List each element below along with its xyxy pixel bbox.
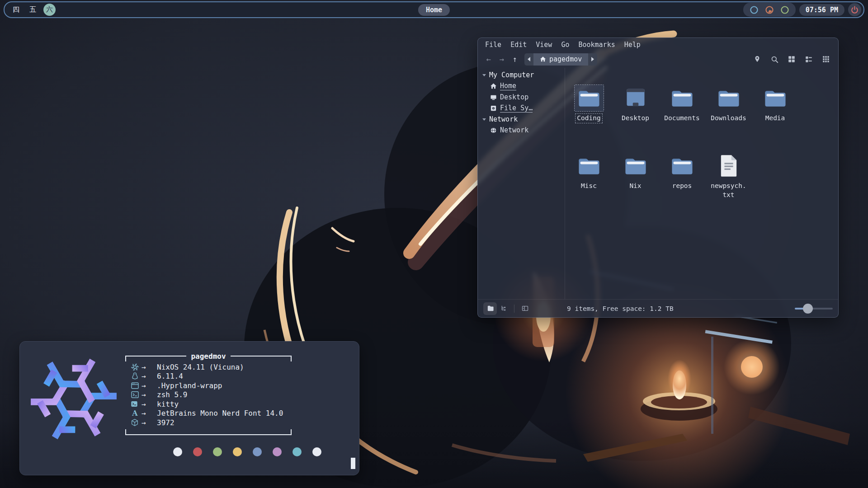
- menu-file[interactable]: File: [481, 40, 506, 49]
- text-file-icon: [714, 152, 744, 179]
- fastfetch-info-box: pagedmov → NixOS 24.11 (Vicun: [125, 352, 292, 438]
- power-icon: [850, 5, 859, 14]
- icon-view-icon[interactable]: [787, 54, 797, 64]
- fastfetch-value: kitty: [157, 400, 179, 408]
- compact-view-icon[interactable]: [821, 54, 831, 64]
- palette-dot-3: [233, 447, 242, 456]
- workspace-button-2[interactable]: 五: [27, 4, 39, 16]
- search-icon[interactable]: [769, 54, 779, 64]
- file-item-newpsych-txt[interactable]: newpsych.txt: [705, 152, 752, 220]
- back-button[interactable]: ←: [482, 53, 495, 65]
- file-label: newpsych.txt: [705, 181, 752, 200]
- fastfetch-row: → .Hyprland-wrapp: [131, 381, 292, 390]
- menu-bookmarks[interactable]: Bookmarks: [574, 40, 619, 49]
- fastfetch-row: → 6.11.4: [131, 372, 292, 381]
- folder-icon: [574, 84, 604, 112]
- menu-view[interactable]: View: [531, 40, 557, 49]
- palette-dot-1: [193, 447, 202, 456]
- tree-pane-button[interactable]: [497, 302, 510, 315]
- arrow-glyph: →: [142, 418, 157, 427]
- terminal-icon: [131, 399, 142, 408]
- status-ring-green-icon[interactable]: [780, 5, 790, 15]
- file-manager-toolbar: ← → ↑ pagedmov: [478, 51, 838, 68]
- font-icon: A: [131, 409, 142, 418]
- places-pane-button[interactable]: [483, 302, 497, 315]
- folder-icon: [667, 84, 697, 112]
- sidebar-item-desktop[interactable]: Desktop: [478, 92, 565, 103]
- file-label: repos: [670, 181, 694, 191]
- up-button[interactable]: ↑: [509, 53, 521, 65]
- top-bar: 四五六 Home 07:56 PM: [4, 1, 864, 18]
- fastfetch-row: A → JetBrains Mono Nerd Font 14.0: [131, 409, 292, 418]
- workspace-button-1[interactable]: 四: [10, 4, 22, 16]
- file-label: Nix: [627, 181, 643, 191]
- power-button[interactable]: [848, 3, 861, 16]
- menu-edit[interactable]: Edit: [506, 40, 531, 49]
- file-item-documents[interactable]: Documents: [659, 84, 705, 152]
- folder-icon: [621, 152, 651, 179]
- file-manager-menubar: FileEditViewGoBookmarksHelp: [478, 38, 838, 51]
- arrow-glyph: →: [142, 390, 157, 399]
- globe-icon: [490, 127, 497, 134]
- file-label: Desktop: [620, 113, 651, 123]
- file-grid: Coding Desktop Documents Downloads Media…: [565, 68, 838, 299]
- file-item-media[interactable]: Media: [752, 84, 798, 152]
- zoom-slider[interactable]: [795, 308, 833, 310]
- status-ring-blue-icon[interactable]: [749, 5, 759, 15]
- expander-icon: [482, 74, 486, 76]
- terminal-window[interactable]: pagedmov → NixOS 24.11 (Vicun: [19, 341, 359, 475]
- svg-text:A: A: [132, 409, 138, 418]
- palette-dot-5: [273, 447, 282, 456]
- sidebar-item-home[interactable]: Home: [478, 80, 565, 92]
- path-bar: pagedmov: [524, 53, 597, 66]
- toolbar-view-tools: [752, 54, 834, 64]
- clock: 07:56 PM: [799, 4, 844, 16]
- file-item-nix[interactable]: Nix: [612, 152, 659, 220]
- forward-button[interactable]: →: [495, 53, 508, 65]
- sidebar-section-0[interactable]: My Computer: [478, 70, 565, 80]
- folder-icon: [760, 84, 790, 112]
- file-label: Documents: [662, 113, 702, 123]
- shell-icon: [131, 390, 142, 399]
- file-item-desktop[interactable]: Desktop: [612, 84, 659, 152]
- status-ring-orange-icon[interactable]: [764, 5, 774, 15]
- sidebar-section-1[interactable]: Network: [478, 114, 565, 125]
- zoom-slider-handle[interactable]: [803, 304, 813, 314]
- expander-icon: [482, 118, 486, 121]
- folder-icon: [574, 152, 604, 179]
- palette-dot-2: [213, 447, 222, 456]
- file-label: Misc: [579, 181, 599, 191]
- arrow-glyph: →: [142, 400, 157, 408]
- workspace-button-3[interactable]: 六: [43, 4, 56, 16]
- path-scroll-left-icon[interactable]: [524, 53, 533, 66]
- file-item-coding[interactable]: Coding: [566, 84, 612, 152]
- list-view-icon[interactable]: [804, 54, 814, 64]
- menu-help[interactable]: Help: [620, 40, 645, 49]
- window-icon: [131, 381, 142, 390]
- toggle-sidebar-button[interactable]: [518, 302, 532, 315]
- sidebar-item-filesy[interactable]: File Sy…: [478, 103, 565, 114]
- active-window-title: Home: [418, 4, 450, 16]
- sidebar-item-network[interactable]: Network: [478, 125, 565, 136]
- info-box-top-border: pagedmov: [125, 352, 292, 360]
- file-label: Media: [764, 113, 787, 123]
- nix-icon: [131, 362, 142, 371]
- statusbar-separator: [514, 305, 514, 313]
- folder-icon: [667, 152, 697, 179]
- path-scroll-right-icon[interactable]: [588, 53, 597, 66]
- file-manager-sidebar: My Computer Home Desktop File Sy… Networ…: [478, 68, 565, 299]
- fastfetch-row: → NixOS 24.11 (Vicuna): [131, 362, 292, 372]
- nixos-logo: [26, 351, 122, 447]
- file-item-repos[interactable]: repos: [659, 152, 705, 220]
- file-label: Coding: [575, 113, 602, 123]
- terminal-color-palette: [173, 447, 321, 456]
- file-item-misc[interactable]: Misc: [566, 152, 612, 220]
- path-segment-button[interactable]: pagedmov: [533, 53, 588, 66]
- palette-dot-7: [312, 447, 321, 456]
- menu-go[interactable]: Go: [557, 40, 574, 49]
- home-icon: [490, 83, 497, 90]
- location-pin-icon[interactable]: [752, 54, 762, 64]
- palette-dot-4: [253, 447, 262, 456]
- fastfetch-value: NixOS 24.11 (Vicuna): [157, 363, 244, 371]
- file-item-downloads[interactable]: Downloads: [705, 84, 752, 152]
